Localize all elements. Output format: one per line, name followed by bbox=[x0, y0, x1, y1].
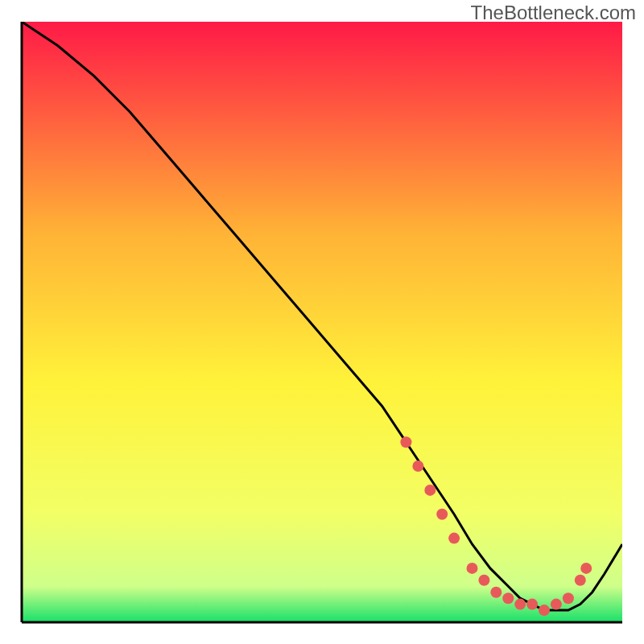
highlight-point bbox=[580, 563, 592, 574]
highlight-point bbox=[436, 509, 448, 520]
highlight-point bbox=[412, 460, 423, 472]
highlight-point bbox=[514, 599, 526, 610]
highlight-point bbox=[478, 575, 489, 586]
highlight-point bbox=[526, 599, 538, 610]
highlight-point bbox=[502, 592, 514, 604]
highlight-point bbox=[539, 605, 550, 616]
highlight-point bbox=[490, 587, 502, 598]
watermark-label: TheBottleneck.com bbox=[471, 2, 636, 24]
highlight-point bbox=[424, 485, 436, 496]
bottleneck-chart bbox=[0, 0, 644, 644]
chart-stage: TheBottleneck.com bbox=[0, 0, 644, 644]
highlight-point bbox=[467, 563, 478, 574]
gradient-background bbox=[22, 22, 622, 622]
chart-content bbox=[22, 22, 622, 622]
highlight-point bbox=[551, 599, 562, 610]
highlight-point bbox=[448, 533, 460, 544]
highlight-point bbox=[575, 575, 586, 586]
highlight-point bbox=[563, 592, 574, 604]
highlight-point bbox=[400, 436, 411, 448]
